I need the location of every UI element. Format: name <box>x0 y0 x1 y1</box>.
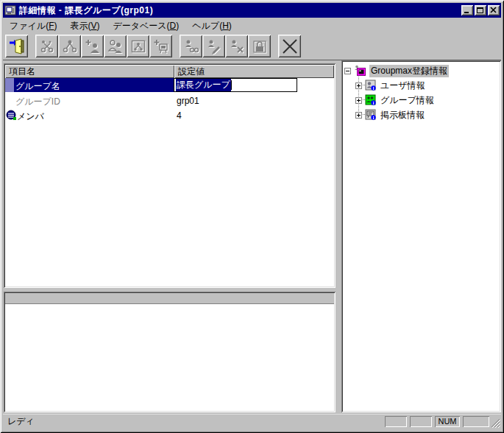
lower-pane-header-band <box>5 293 334 304</box>
column-header-value[interactable]: 設定値 <box>174 65 334 78</box>
org-chart-button[interactable] <box>127 35 149 57</box>
add-bulletin-board-icon <box>153 38 169 54</box>
tree-item-groupmax-root[interactable]: Groupmax登録情報 <box>344 63 449 78</box>
resize-grip[interactable] <box>491 418 500 428</box>
add-concurrent-user-icon <box>107 38 124 54</box>
expand-expander-icon[interactable] <box>355 112 362 119</box>
property-list-pane: 項目名 設定値 グループ名 課長グループ グループID grp01 <box>4 63 336 288</box>
list-row-group-id[interactable]: グループID grp01 <box>5 94 334 108</box>
num-lock-indicator: NUM <box>435 416 460 427</box>
maximize-button[interactable] <box>475 5 486 15</box>
titlebar[interactable]: 詳細情報 - 課長グループ(grp01) <box>3 3 501 18</box>
maximize-icon <box>477 7 484 14</box>
members-icon <box>6 110 17 121</box>
expand-expander-icon[interactable] <box>355 97 362 104</box>
minimize-button[interactable] <box>461 5 473 15</box>
expand-expander-icon[interactable] <box>355 82 362 89</box>
app-icon <box>4 4 16 16</box>
bulletin-board-info-icon <box>365 109 377 121</box>
add-concurrent-user-button[interactable] <box>104 35 127 57</box>
row-label: メンバ <box>17 110 44 123</box>
row-icon-placeholder <box>5 78 14 92</box>
exit-icon <box>8 38 26 55</box>
delete-user-button[interactable] <box>225 35 248 57</box>
list-row-group-name[interactable]: グループ名 課長グループ <box>5 78 334 93</box>
exit-button[interactable] <box>5 35 28 57</box>
row-label: グループID <box>15 96 60 108</box>
menu-view[interactable]: 表示(V) <box>63 18 106 34</box>
row-value: grp01 <box>177 96 199 106</box>
minimize-icon <box>464 7 471 14</box>
menu-file[interactable]: ファイル(F) <box>3 18 63 34</box>
tree-item-bulletin-board-info[interactable]: 掲示板情報 <box>355 108 426 122</box>
edit-pencil-icon <box>206 38 222 54</box>
menu-help[interactable]: ヘルプ(H) <box>185 18 238 34</box>
registry-tree-pane: Groupmax登録情報 ユーザ情報 <box>341 60 501 412</box>
app-window: 詳細情報 - 課長グループ(grp01) ファイル(F) 表示(V) データベー… <box>0 0 504 433</box>
new-organization-icon <box>62 38 78 54</box>
close-button[interactable] <box>488 5 500 15</box>
add-user-button[interactable] <box>81 35 104 57</box>
group-name-edit-field[interactable]: 課長グループ <box>174 78 297 92</box>
list-row-members[interactable]: メンバ 4 <box>5 108 334 123</box>
status-message: レディ <box>7 415 35 428</box>
close-icon <box>490 7 497 14</box>
toolbar <box>3 33 501 60</box>
user-link-icon <box>183 38 199 54</box>
user-info-icon <box>365 80 377 91</box>
org-chart-icon <box>130 38 146 54</box>
tree-item-label: Groupmax登録情報 <box>369 65 449 77</box>
groupmax-registry-icon <box>354 65 367 77</box>
menu-database[interactable]: データベース(D) <box>106 18 185 34</box>
row-value: 4 <box>177 110 182 121</box>
add-bulletin-board-button[interactable] <box>149 35 172 57</box>
collapse-expander-icon[interactable] <box>344 68 351 74</box>
delete-button[interactable] <box>278 35 301 57</box>
column-header-item-name[interactable]: 項目名 <box>5 65 174 78</box>
security-lock-button[interactable] <box>248 35 271 57</box>
window-title: 詳細情報 - 課長グループ(grp01) <box>19 4 153 17</box>
status-panel-2 <box>410 416 432 427</box>
statusbar: レディ NUM <box>3 414 501 428</box>
list-header: 項目名 設定値 <box>5 65 334 78</box>
row-label: グループ名 <box>15 80 60 93</box>
tree-item-label: グループ情報 <box>379 94 436 107</box>
edit-item-button[interactable] <box>202 35 225 57</box>
group-info-icon <box>365 94 377 106</box>
delete-x-icon <box>281 38 299 55</box>
user-link-button[interactable] <box>180 35 202 57</box>
tree-item-label: ユーザ情報 <box>379 80 427 92</box>
status-panel-4 <box>463 416 489 427</box>
lock-icon <box>252 38 268 54</box>
detail-lower-pane <box>4 292 336 412</box>
add-user-icon <box>85 38 101 54</box>
tree-item-group-info[interactable]: グループ情報 <box>355 93 436 108</box>
text-caret <box>231 80 232 90</box>
tree-item-user-info[interactable]: ユーザ情報 <box>355 78 427 93</box>
status-panel-1 <box>385 416 407 427</box>
delete-user-icon <box>229 38 245 54</box>
tree-item-label: 掲示板情報 <box>379 109 426 122</box>
new-top-organization-button[interactable] <box>35 35 58 57</box>
selected-edit-text: 課長グループ <box>176 79 231 91</box>
new-top-organization-icon <box>39 38 55 54</box>
menubar: ファイル(F) 表示(V) データベース(D) ヘルプ(H) <box>3 18 501 33</box>
new-organization-button[interactable] <box>58 35 81 57</box>
